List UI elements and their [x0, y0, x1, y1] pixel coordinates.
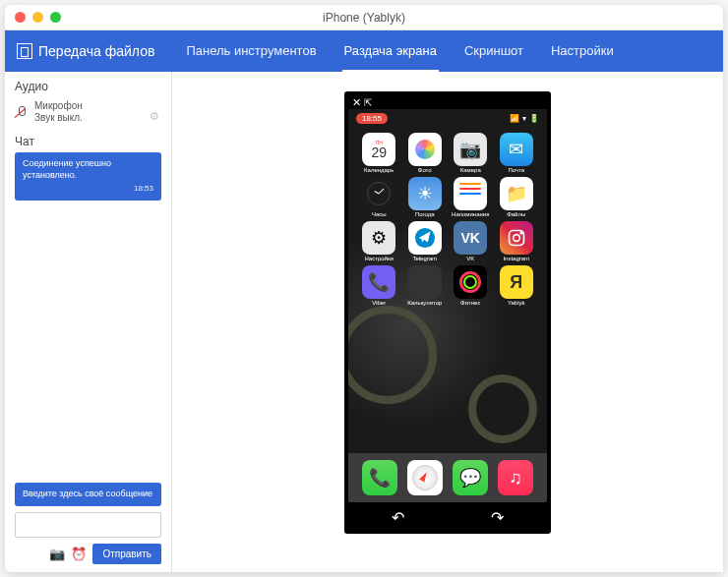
- tab-screen-sharing[interactable]: Раздача экрана: [342, 31, 439, 72]
- send-button[interactable]: Отправить: [92, 544, 161, 564]
- app-mail[interactable]: ✉ Почта: [496, 133, 538, 173]
- wifi-icon: ▾: [522, 114, 526, 123]
- phone-nav-bar: ↶ ↷: [348, 502, 547, 532]
- tab-toolbar[interactable]: Панель инструментов: [184, 31, 318, 72]
- titlebar: iPhone (Yablyk): [5, 5, 723, 30]
- top-nav: Передача файлов Панель инструментов Разд…: [5, 30, 723, 72]
- microphone-muted-icon: [15, 105, 29, 119]
- signal-icon: 📶: [510, 114, 519, 123]
- app-photos[interactable]: Фото: [404, 133, 447, 173]
- app-calculator[interactable]: Калькулятор: [404, 265, 447, 306]
- audio-settings-icon[interactable]: [150, 106, 161, 118]
- camera-icon[interactable]: 📷: [49, 547, 65, 562]
- tab-settings[interactable]: Настройки: [549, 31, 616, 72]
- chat-input[interactable]: [15, 512, 161, 538]
- maximize-window-button[interactable]: [50, 12, 61, 23]
- app-settings[interactable]: ⚙ Настройки: [358, 221, 400, 261]
- close-mirror-icon[interactable]: ✕: [352, 97, 361, 108]
- phone-dock: 📞 💬 ♫: [348, 453, 547, 502]
- traffic-lights: [15, 12, 61, 23]
- app-logo: Передача файлов: [17, 43, 154, 59]
- dock-app-phone[interactable]: 📞: [362, 460, 397, 495]
- nav-tabs: Панель инструментов Раздача экрана Скрин…: [184, 31, 615, 72]
- svg-point-3: [520, 232, 522, 234]
- mic-label: Микрофон: [34, 100, 144, 112]
- app-reminders[interactable]: Напоминания: [450, 177, 492, 217]
- chat-message-time: 18:53: [23, 184, 153, 194]
- app-window: iPhone (Yablyk) Передача файлов Панель и…: [5, 5, 723, 572]
- main-area: Ябл ✕ ⇱ 18:55 📶 ▾: [172, 72, 723, 572]
- home-screen-grid: ПН 29 Календарь Фото 📷 Камера: [348, 127, 547, 312]
- file-transfer-icon: [17, 43, 32, 59]
- app-telegram[interactable]: Telegram: [404, 221, 447, 261]
- chat-bottom-row: 📷 ⏰ Отправить: [15, 544, 161, 564]
- app-files[interactable]: 📁 Файлы: [496, 177, 538, 217]
- nav-back-icon[interactable]: ↶: [392, 508, 404, 527]
- app-fitness[interactable]: Фитнес: [450, 265, 492, 306]
- mic-status: Звук выкл.: [34, 112, 144, 124]
- attachment-icon[interactable]: ⏰: [71, 547, 87, 562]
- calendar-day-number: 29: [371, 145, 387, 159]
- svg-point-2: [513, 235, 519, 242]
- audio-section-label: Аудио: [15, 80, 161, 93]
- phone-time: 18:55: [356, 113, 388, 124]
- tab-screenshot[interactable]: Скриншот: [462, 31, 525, 72]
- chat-message: Соединение успешно установлено. 18:53: [15, 152, 161, 201]
- close-window-button[interactable]: [15, 12, 26, 23]
- app-camera[interactable]: 📷 Камера: [450, 133, 492, 173]
- nav-forward-icon[interactable]: ↷: [491, 508, 504, 527]
- app-weather[interactable]: ☀ Погода: [404, 177, 447, 217]
- dock-app-safari[interactable]: [407, 460, 443, 495]
- dock-app-music[interactable]: ♫: [498, 460, 533, 495]
- app-vk[interactable]: VK VK: [450, 221, 492, 261]
- sidebar: Аудио Микрофон Звук выкл. Чат Соединение…: [5, 72, 172, 572]
- audio-text: Микрофон Звук выкл.: [34, 100, 144, 124]
- app-name: Передача файлов: [38, 43, 154, 59]
- chat-section-label: Чат: [15, 135, 161, 148]
- phone-status-icons: 📶 ▾ 🔋: [510, 114, 539, 123]
- app-viber[interactable]: 📞 Viber: [358, 265, 400, 306]
- app-clock[interactable]: Часы: [358, 177, 400, 217]
- app-yablyk[interactable]: Я Yablyk: [496, 265, 538, 306]
- phone-status-bar: 18:55 📶 ▾ 🔋: [348, 109, 547, 127]
- chat-message-text: Соединение успешно установлено.: [23, 158, 153, 181]
- window-title: iPhone (Yablyk): [323, 11, 405, 25]
- app-instagram[interactable]: Instagram: [496, 221, 538, 261]
- phone-mirror: ✕ ⇱ 18:55 📶 ▾ 🔋: [344, 91, 551, 534]
- app-calendar[interactable]: ПН 29 Календарь: [358, 133, 400, 173]
- dock-app-messages[interactable]: 💬: [453, 460, 488, 495]
- content-area: Аудио Микрофон Звук выкл. Чат Соединение…: [5, 72, 723, 572]
- expand-mirror-icon[interactable]: ⇱: [364, 97, 372, 108]
- phone-screen[interactable]: 18:55 📶 ▾ 🔋 ПН 29: [348, 109, 547, 502]
- phone-frame-controls: ✕ ⇱: [348, 95, 547, 109]
- minimize-window-button[interactable]: [32, 12, 43, 23]
- battery-icon: 🔋: [529, 114, 539, 123]
- audio-row: Микрофон Звук выкл.: [15, 97, 161, 127]
- chat-placeholder-bubble: Введите здесь своё сообщение: [15, 483, 161, 506]
